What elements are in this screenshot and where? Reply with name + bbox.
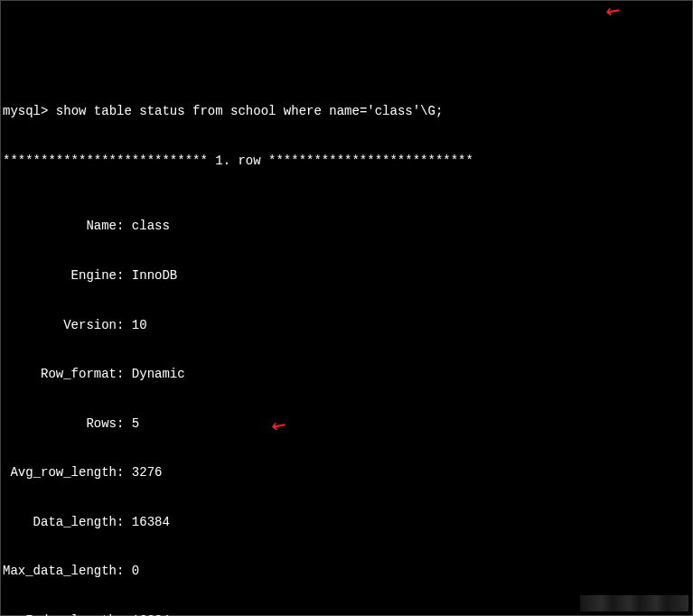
mysql-prompt: mysql>	[3, 104, 48, 118]
status-row-engine: Engine: InnoDB	[3, 267, 690, 284]
command-text: show table status from school where name…	[56, 104, 443, 118]
annotation-arrow-icon: ↙	[599, 0, 628, 27]
row-separator: *************************** 1. row *****…	[3, 153, 690, 169]
mysql-terminal[interactable]: ↙ ↙ mysql> show table status from school…	[0, 0, 693, 616]
status-row-rowformat: Row_format: Dynamic	[3, 366, 690, 382]
status-row-avglen: Avg_row_length: 3276	[3, 464, 690, 481]
status-row-maxdatalen: Max_data_length: 0	[3, 563, 690, 579]
status-row-version: Version: 10	[3, 317, 690, 333]
status-row-indexlen: Index_length: 16384	[3, 612, 690, 616]
status-row-name: Name: class	[3, 218, 690, 234]
watermark-smudge	[580, 595, 688, 611]
command-line-1: mysql> show table status from school whe…	[3, 103, 690, 119]
status-row-rows: Rows: 5	[3, 415, 690, 432]
status-row-datalen: Data_length: 16384	[3, 514, 690, 530]
